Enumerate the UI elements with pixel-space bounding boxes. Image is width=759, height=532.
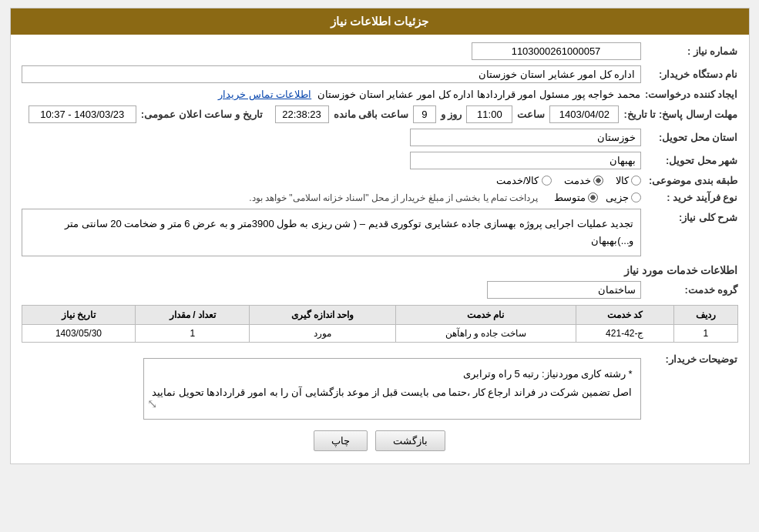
process-label: نوع فرآیند خرید : (646, 192, 738, 203)
city-label: شهر محل تحویل: (646, 155, 738, 166)
process-note: پرداخت تمام یا بخشی از مبلغ خریدار از مح… (249, 192, 538, 203)
announce-value: 1403/03/23 - 10:37 (29, 105, 136, 123)
table-cell: 1 (674, 325, 738, 343)
need-number-row: شماره نیاز : 1103000261000057 (22, 42, 738, 60)
city-row: شهر محل تحویل: بهبهان (22, 152, 738, 169)
radio-jozi-circle (631, 192, 641, 202)
process-row: نوع فرآیند خرید : جزیی متوسط پرداخت تمام… (22, 192, 738, 203)
buyer-notes-line1: * رشته کاری موردنیاز: رتبه 5 راه وترابری (152, 365, 632, 383)
radio-kala-khedmat-item[interactable]: کالا/خدمت (496, 175, 552, 186)
radio-kala-label: کالا (616, 175, 629, 186)
province-label: استان محل تحویل: (646, 132, 738, 143)
table-cell: 1403/05/30 (22, 325, 136, 343)
radio-jozi-item[interactable]: جزیی (606, 192, 641, 203)
content-area: شماره نیاز : 1103000261000057 نام دستگاه… (11, 35, 749, 463)
remaining-value: 22:38:23 (275, 105, 329, 123)
radio-kala-khedmat-circle (542, 176, 552, 186)
service-table: ردیف کد خدمت نام خدمت واحد اندازه گیری ت… (22, 305, 738, 343)
deadline-label: مهلت ارسال پاسخ: تا تاریخ: (623, 109, 737, 120)
creator-value: محمد خواجه پور مسئول امور قراردادها ادار… (317, 89, 640, 100)
table-cell: مورد (250, 325, 395, 343)
remaining-label: ساعت باقی مانده (334, 109, 408, 120)
contact-link[interactable]: اطلاعات تماس خریدار (218, 89, 311, 100)
radio-khedmat-label: خدمت (564, 175, 591, 186)
service-group-row: گروه خدمت: ساختمان (22, 281, 738, 299)
radio-motavaset-circle (588, 192, 598, 202)
category-radio-group: کالا خدمت کالا/خدمت (496, 175, 641, 186)
col-date: تاریخ نیاز (22, 306, 136, 325)
buyer-notes-value: * رشته کاری موردنیاز: رتبه 5 راه وترابری… (143, 358, 640, 420)
table-cell: ج-42-421 (576, 325, 673, 343)
category-label: طبقه بندی موضوعی: (646, 175, 738, 186)
radio-khedmat-circle (593, 176, 603, 186)
radio-jozi-label: جزیی (606, 192, 629, 203)
col-qty: تعداد / مقدار (136, 306, 250, 325)
days-label: روز و (441, 109, 462, 120)
radio-khedmat-item[interactable]: خدمت (564, 175, 603, 186)
buyer-name-value: اداره کل امور عشایر استان خوزستان (22, 65, 641, 83)
col-unit: واحد اندازه گیری (250, 306, 395, 325)
province-row: استان محل تحویل: خوزستان (22, 129, 738, 146)
buyer-name-label: نام دستگاه خریدار: (646, 69, 738, 80)
resize-icon: ⤡ (147, 393, 157, 416)
description-row: شرح کلی نیاز: تجدید عملیات اجرایی پروژه … (22, 209, 738, 256)
creator-row: ایجاد کننده درخواست: محمد خواجه پور مسئو… (22, 89, 738, 100)
table-row: 1ج-42-421ساخت جاده و راهآهنمورد11403/05/… (22, 325, 737, 343)
buyer-notes-row: توضیحات خریدار: * رشته کاری موردنیاز: رت… (22, 350, 738, 420)
buyer-name-row: نام دستگاه خریدار: اداره کل امور عشایر ا… (22, 65, 738, 83)
print-button[interactable]: چاپ (314, 430, 368, 451)
table-cell: ساخت جاده و راهآهن (395, 325, 576, 343)
deadline-row: مهلت ارسال پاسخ: تا تاریخ: 1403/04/02 سا… (22, 105, 738, 123)
province-value: خوزستان (410, 129, 641, 146)
deadline-time: 11:00 (466, 105, 512, 123)
radio-motavaset-label: متوسط (554, 192, 586, 203)
category-row: طبقه بندی موضوعی: کالا خدمت کالا/خدمت (22, 175, 738, 186)
days-value: 9 (413, 105, 436, 123)
col-row-num: ردیف (674, 306, 738, 325)
need-number-value: 1103000261000057 (472, 42, 641, 60)
buyer-notes-line2: اصل تضمین شرکت در فراند ارجاع کار ،حتما … (152, 383, 632, 401)
service-group-value: ساختمان (487, 281, 641, 299)
page-header: جزئیات اطلاعات نیاز (11, 8, 749, 35)
table-cell: 1 (136, 325, 250, 343)
process-radio-group: جزیی متوسط پرداخت تمام یا بخشی از مبلغ خ… (249, 192, 640, 203)
time-label: ساعت (517, 109, 545, 120)
deadline-date: 1403/04/02 (549, 105, 619, 123)
radio-kala-khedmat-label: کالا/خدمت (496, 175, 539, 186)
page-container: جزئیات اطلاعات نیاز شماره نیاز : 1103000… (10, 8, 750, 464)
back-button[interactable]: بازگشت (375, 430, 445, 451)
services-title: اطلاعات خدمات مورد نیاز (22, 264, 738, 276)
table-header-row: ردیف کد خدمت نام خدمت واحد اندازه گیری ت… (22, 306, 737, 325)
service-group-label: گروه خدمت: (646, 284, 738, 296)
radio-motavaset-item[interactable]: متوسط (554, 192, 598, 203)
radio-kala-item[interactable]: کالا (616, 175, 641, 186)
need-number-label: شماره نیاز : (646, 45, 738, 57)
col-service-name: نام خدمت (395, 306, 576, 325)
city-value: بهبهان (410, 152, 641, 169)
buyer-notes-label: توضیحات خریدار: (646, 353, 738, 365)
button-row: بازگشت چاپ (22, 430, 738, 451)
description-label: شرح کلی نیاز: (646, 212, 738, 223)
page-title: جزئیات اطلاعات نیاز (331, 15, 428, 28)
radio-kala-circle (631, 176, 641, 186)
col-service-code: کد خدمت (576, 306, 673, 325)
creator-label: ایجاد کننده درخواست: (645, 89, 738, 100)
announce-label: تاریخ و ساعت اعلان عمومی: (141, 109, 263, 120)
description-value: تجدید عملیات اجرایی پروژه بهسازی جاده عش… (22, 209, 641, 256)
